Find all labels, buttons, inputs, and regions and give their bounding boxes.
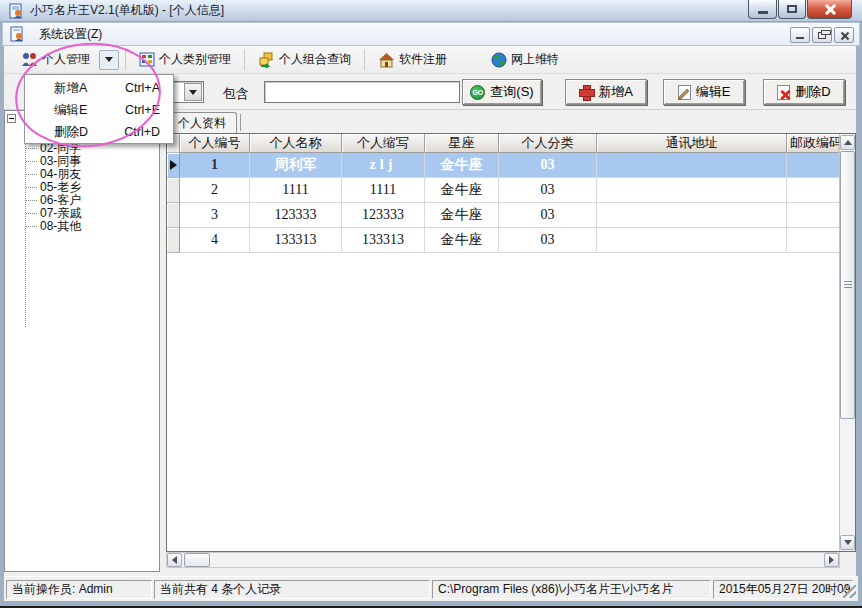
table-row[interactable]: 2 1111 1111 金牛座 03 — [167, 178, 855, 203]
cell-id[interactable]: 1 — [180, 153, 250, 178]
delete-note-icon — [777, 85, 790, 100]
cell-category[interactable]: 03 — [499, 203, 597, 228]
scroll-right-button[interactable] — [824, 553, 839, 567]
column-header-address[interactable]: 通讯地址 — [597, 134, 787, 153]
tab-personal-info[interactable]: 个人资料 — [167, 112, 237, 133]
cell-abbr[interactable]: 123333 — [342, 203, 425, 228]
query-button[interactable]: GO 查询(S) — [462, 79, 542, 105]
scroll-up-button[interactable] — [840, 135, 855, 150]
cell-name[interactable]: 周利军 — [250, 153, 342, 178]
column-header-category[interactable]: 个人分类 — [499, 134, 597, 153]
vertical-scrollbar[interactable] — [839, 134, 855, 551]
arrow-up-icon — [844, 140, 852, 145]
cell-zipcode[interactable] — [787, 153, 841, 178]
tab-divider — [240, 114, 241, 131]
delete-button[interactable]: 删除D — [763, 79, 845, 105]
cell-id[interactable]: 3 — [180, 203, 250, 228]
combine-icon — [258, 52, 275, 68]
status-operator: 当前操作员: Admin — [6, 580, 152, 599]
tree-item-others[interactable]: 08-其他 — [5, 220, 155, 233]
horizontal-scrollbar[interactable] — [166, 552, 840, 568]
current-row-arrow-icon — [170, 160, 177, 170]
cell-name[interactable]: 123333 — [250, 203, 342, 228]
personal-manage-button[interactable]: 个人管理 — [14, 48, 97, 71]
table-row[interactable]: 3 123333 123333 金牛座 03 — [167, 203, 855, 228]
row-selector-cell[interactable] — [167, 203, 180, 228]
cell-zipcode[interactable] — [787, 228, 841, 253]
resize-grip[interactable] — [843, 585, 856, 598]
personal-manage-menu: 新增A Ctrl+A 编辑E Ctrl+E 删除D Ctrl+D — [24, 74, 174, 144]
cell-zodiac[interactable]: 金牛座 — [425, 178, 499, 203]
window-title: 小巧名片王V2.1(单机版) - [个人信息] — [30, 2, 224, 19]
cell-address[interactable] — [597, 178, 787, 203]
menu-system-settings[interactable]: 系统设置(Z) — [33, 24, 108, 45]
column-header-name[interactable]: 个人名称 — [250, 134, 342, 153]
row-selector-cell[interactable] — [167, 228, 180, 253]
cell-zodiac[interactable]: 金牛座 — [425, 153, 499, 178]
add-button[interactable]: 新增A — [565, 79, 647, 105]
cell-category[interactable]: 03 — [499, 228, 597, 253]
mdi-minimize-button[interactable] — [790, 27, 810, 43]
table-row[interactable]: 4 133313 133313 金牛座 03 — [167, 228, 855, 253]
go-icon: GO — [470, 85, 485, 100]
cell-category[interactable]: 03 — [499, 153, 597, 178]
menu-item-edit[interactable]: 编辑E Ctrl+E — [25, 99, 173, 121]
software-register-button[interactable]: 软件注册 — [371, 48, 454, 71]
category-tree: 02-同学 03-同事 04-朋友 05-老乡 06-客户 07-亲戚 08-其… — [4, 110, 160, 572]
column-header-zipcode[interactable]: 邮政编码 — [787, 134, 841, 153]
cell-zipcode[interactable] — [787, 178, 841, 203]
table-row[interactable]: 1 周利军 zlj 金牛座 03 — [167, 153, 855, 178]
mdi-close-icon — [840, 31, 849, 40]
toolbar-separator — [364, 50, 365, 70]
close-button[interactable] — [807, 0, 852, 19]
menu-item-edit-shortcut: Ctrl+E — [125, 103, 160, 117]
row-selector-cell[interactable] — [167, 178, 180, 203]
keyword-input[interactable] — [264, 81, 460, 103]
cell-name[interactable]: 133313 — [250, 228, 342, 253]
category-manage-button[interactable]: 个人类别管理 — [132, 48, 238, 71]
cell-abbr[interactable]: 1111 — [342, 178, 425, 203]
mdi-close-button[interactable] — [834, 27, 854, 43]
cell-category[interactable]: 03 — [499, 178, 597, 203]
people-icon — [21, 52, 38, 67]
edit-button[interactable]: 编辑E — [663, 79, 745, 105]
contains-label: 包含 — [223, 85, 249, 103]
combobox-dropdown-button[interactable] — [184, 83, 202, 101]
cell-name[interactable]: 1111 — [250, 178, 342, 203]
arrow-down-icon — [844, 540, 852, 545]
cell-abbr[interactable]: 133313 — [342, 228, 425, 253]
edit-note-icon — [678, 85, 691, 100]
menu-item-delete[interactable]: 删除D Ctrl+D — [25, 121, 173, 143]
vertical-scroll-thumb[interactable] — [840, 151, 855, 419]
scroll-left-button[interactable] — [167, 553, 182, 567]
menu-item-add-shortcut: Ctrl+A — [125, 81, 160, 95]
combo-query-button[interactable]: 个人组合查询 — [251, 48, 358, 71]
row-selector-cell[interactable] — [167, 153, 180, 178]
cell-address[interactable] — [597, 228, 787, 253]
horizontal-scroll-thumb[interactable] — [184, 553, 210, 567]
online-button[interactable]: 网上维特 — [484, 48, 566, 71]
cell-id[interactable]: 2 — [180, 178, 250, 203]
maximize-button[interactable] — [778, 0, 806, 19]
cell-id[interactable]: 4 — [180, 228, 250, 253]
status-data-path: C:\Program Files (x86)\小巧名片王\小巧名片 — [432, 580, 711, 599]
scroll-down-button[interactable] — [840, 535, 855, 550]
column-header-zodiac[interactable]: 星座 — [425, 134, 499, 153]
main-toolbar: 个人管理 个人类别管理 个人组合查询 — [4, 46, 856, 74]
cell-address[interactable] — [597, 153, 787, 178]
tree-collapse-icon[interactable] — [7, 114, 16, 123]
minimize-button[interactable] — [748, 0, 777, 19]
cell-address[interactable] — [597, 203, 787, 228]
thumb-grip — [844, 281, 852, 289]
cell-zodiac[interactable]: 金牛座 — [425, 228, 499, 253]
cell-abbr[interactable]: zlj — [342, 153, 425, 178]
menu-item-add[interactable]: 新增A Ctrl+A — [25, 77, 173, 99]
delete-button-label: 删除D — [795, 83, 830, 101]
cell-zodiac[interactable]: 金牛座 — [425, 203, 499, 228]
mdi-restore-button[interactable] — [812, 27, 832, 43]
column-header-id[interactable]: 个人编号 — [180, 134, 250, 153]
app-window: 小巧名片王V2.1(单机版) - [个人信息] 系统设置(Z) 个 — [0, 0, 862, 608]
column-header-abbr[interactable]: 个人缩写 — [342, 134, 425, 153]
personal-manage-dropdown-button[interactable] — [99, 50, 119, 70]
cell-zipcode[interactable] — [787, 203, 841, 228]
